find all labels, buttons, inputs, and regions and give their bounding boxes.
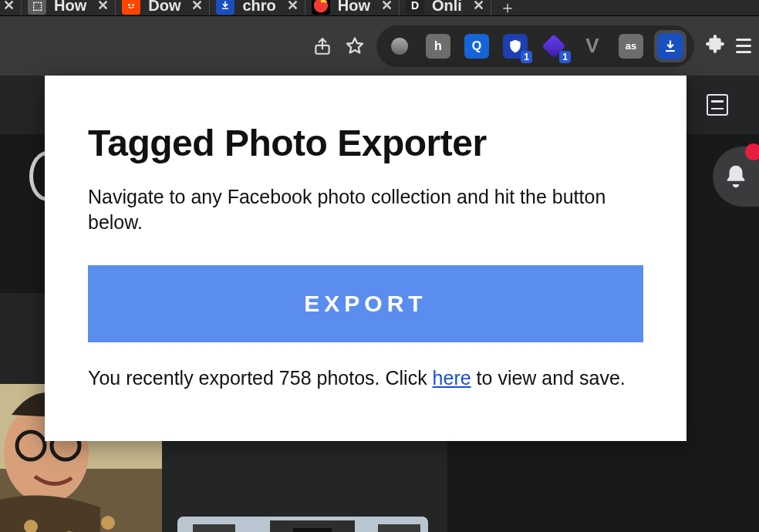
close-icon[interactable]: ✕ [3, 0, 15, 14]
browser-tab[interactable]: How ✕ [305, 0, 399, 15]
browser-tab[interactable]: ⬚ How ✕ [22, 0, 115, 15]
tab-favicon: ⬚ [28, 0, 46, 15]
bookmark-star-icon[interactable] [344, 35, 366, 57]
extension-v-icon[interactable]: V [580, 34, 605, 59]
extension-exporter-icon[interactable] [657, 33, 683, 59]
tab-favicon [122, 0, 140, 15]
close-icon[interactable]: ✕ [473, 0, 484, 14]
browser-tab[interactable]: D Onli ✕ [400, 0, 491, 15]
extension-honey-icon[interactable]: h [426, 34, 450, 59]
tab-title: Dow [148, 0, 180, 15]
close-icon[interactable]: ✕ [287, 0, 299, 14]
extension-badge: 1 [521, 51, 532, 63]
close-icon[interactable]: ✕ [381, 0, 393, 14]
extensions-tray: h Q 1 1 V as [376, 25, 694, 67]
tab-title: chro [242, 0, 275, 15]
export-button[interactable]: EXPORT [88, 265, 643, 342]
tab-title: How [54, 0, 86, 15]
extension-popup: Tagged Photo Exporter Navigate to any Fa… [45, 76, 686, 441]
svg-point-14 [101, 516, 115, 530]
svg-rect-19 [193, 524, 235, 532]
svg-point-2 [133, 4, 135, 6]
browser-tab[interactable]: Dow ✕ [116, 0, 209, 15]
photo-thumbnail[interactable] [177, 517, 428, 532]
view-export-link[interactable]: here [433, 367, 471, 389]
tab-separator [491, 0, 491, 15]
extension-diamond-icon[interactable]: 1 [541, 34, 566, 59]
new-tab-button[interactable]: ＋ [496, 0, 519, 15]
svg-point-0 [126, 0, 137, 11]
extension-shield-icon[interactable]: 1 [503, 34, 528, 59]
list-view-icon[interactable] [707, 94, 728, 116]
svg-rect-4 [222, 8, 228, 8]
tab-favicon [216, 0, 234, 15]
tab-title: How [338, 0, 370, 15]
notification-dot [745, 143, 759, 160]
close-icon[interactable]: ✕ [191, 0, 203, 14]
share-icon[interactable] [312, 35, 333, 57]
status-text: to view and save. [471, 367, 626, 389]
tab-title: Onli [432, 0, 462, 15]
svg-point-1 [128, 4, 130, 6]
extension-icon[interactable] [387, 34, 412, 59]
browser-tab[interactable]: ✕ [0, 0, 21, 15]
popup-description: Navigate to any Facebook photo collectio… [88, 184, 643, 234]
popup-title: Tagged Photo Exporter [88, 122, 643, 164]
browser-toolbar: h Q 1 1 V as [0, 15, 759, 76]
extension-lastfm-icon[interactable]: as [619, 34, 643, 59]
extension-badge: 1 [559, 51, 571, 63]
status-text: You recently exported [88, 367, 279, 389]
browser-menu-icon[interactable] [736, 39, 751, 53]
extension-q-icon[interactable]: Q [464, 34, 489, 59]
close-icon[interactable]: ✕ [97, 0, 109, 14]
export-status: You recently exported 758 photos. Click … [88, 367, 643, 389]
status-count: 758 [279, 367, 312, 389]
extensions-menu-icon[interactable] [705, 34, 725, 59]
tab-favicon [312, 0, 330, 15]
svg-rect-6 [666, 50, 675, 52]
tab-favicon: D [406, 0, 424, 15]
status-text: photos. Click [312, 367, 433, 389]
svg-rect-18 [293, 528, 332, 532]
browser-tab[interactable]: chro ✕ [210, 0, 304, 15]
bell-icon [723, 163, 749, 190]
svg-rect-20 [378, 524, 420, 532]
browser-tabstrip: ✕ ⬚ How ✕ Dow ✕ chro ✕ How ✕ D Onli ✕ ＋ [0, 0, 759, 15]
